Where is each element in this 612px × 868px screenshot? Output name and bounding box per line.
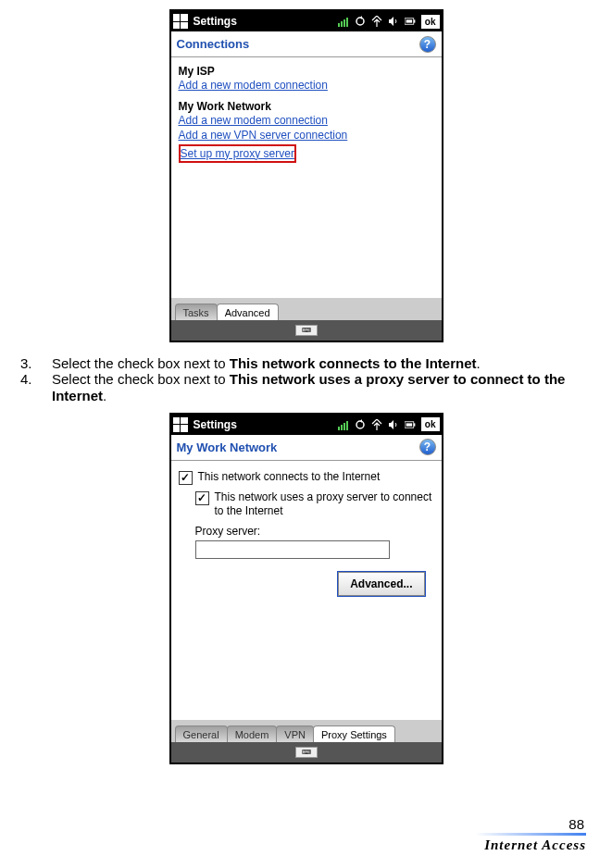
page-footer: 88 Internet Access <box>475 816 586 853</box>
speaker-icon[interactable] <box>388 16 400 28</box>
ok-button[interactable]: ok <box>421 15 440 29</box>
highlight-proxy-link: Set up my proxy server <box>179 144 296 163</box>
signal-icon[interactable] <box>371 418 383 430</box>
screenshot-proxy-settings: Settings ok My Work Network ? ✓ <box>169 413 443 764</box>
title-bar: Connections ? <box>171 31 442 57</box>
tab-proxy-settings[interactable]: Proxy Settings <box>313 725 395 742</box>
tab-bar: General Modem VPN Proxy Settings <box>171 720 442 742</box>
keyboard-icon[interactable]: ⌨ <box>295 325 318 336</box>
connectivity-icon[interactable] <box>338 16 350 28</box>
step-text: Select the check box next to This networ… <box>52 371 599 403</box>
speaker-icon[interactable] <box>388 418 400 430</box>
connectivity-icon[interactable] <box>338 418 350 430</box>
content-area-proxy: ✓ This network connects to the Internet … <box>171 461 442 720</box>
status-bar-right: ok <box>338 15 440 29</box>
advanced-row: Advanced... <box>179 572 425 596</box>
tab-vpn[interactable]: VPN <box>276 725 314 742</box>
advanced-button[interactable]: Advanced... <box>338 572 424 596</box>
step-number: 3. <box>20 355 33 371</box>
bottom-bar: ⌨ <box>171 320 442 341</box>
page-number: 88 <box>475 816 586 832</box>
chapter-title: Internet Access <box>475 837 586 853</box>
instruction-step-4: 4. Select the check box next to This net… <box>20 371 599 403</box>
svg-rect-0 <box>338 23 340 27</box>
status-bar-left: Settings <box>173 14 237 29</box>
statusbar-title: Settings <box>194 418 237 431</box>
link-add-modem-work[interactable]: Add a new modem connection <box>179 114 328 127</box>
svg-rect-15 <box>406 423 412 426</box>
windows-start-icon[interactable] <box>173 417 188 432</box>
instruction-step-3: 3. Select the check box next to This net… <box>20 355 599 371</box>
sync-icon[interactable] <box>355 418 367 430</box>
proxy-server-label: Proxy server: <box>195 525 434 538</box>
tab-general[interactable]: General <box>175 725 228 742</box>
step-text: Select the check box next to This networ… <box>52 355 481 371</box>
checkbox-row-internet: ✓ This network connects to the Internet <box>179 470 434 485</box>
svg-rect-3 <box>346 18 348 27</box>
battery-icon[interactable] <box>405 418 417 430</box>
checkbox-uses-proxy[interactable]: ✓ <box>195 491 209 505</box>
svg-rect-7 <box>406 19 412 22</box>
link-add-modem-isp[interactable]: Add a new modem connection <box>179 79 328 92</box>
footer-divider <box>475 833 586 836</box>
statusbar-title: Settings <box>194 15 237 28</box>
svg-rect-2 <box>343 19 345 27</box>
section-my-work-network: My Work Network <box>179 100 434 113</box>
checkbox-label: This network uses a proxy server to conn… <box>215 490 434 519</box>
svg-rect-11 <box>346 421 348 430</box>
svg-point-12 <box>356 421 364 428</box>
checkbox-label: This network connects to the Internet <box>198 470 381 485</box>
screenshot-connections: Settings ok Connections ? My ISP Add <box>169 9 443 342</box>
bottom-bar: ⌨ <box>171 742 442 763</box>
windows-start-icon[interactable] <box>173 14 188 29</box>
battery-icon[interactable] <box>405 16 417 28</box>
window-title: My Work Network <box>177 440 278 454</box>
svg-rect-14 <box>414 423 416 426</box>
status-bar: Settings ok <box>171 11 442 31</box>
tab-modem[interactable]: Modem <box>227 725 278 742</box>
proxy-server-input[interactable] <box>195 540 390 559</box>
keyboard-icon[interactable]: ⌨ <box>295 747 318 758</box>
status-bar-right: ok <box>338 417 440 431</box>
svg-point-4 <box>356 18 364 25</box>
svg-rect-8 <box>338 427 340 430</box>
help-icon[interactable]: ? <box>419 439 436 455</box>
tab-tasks[interactable]: Tasks <box>175 304 218 320</box>
link-setup-proxy[interactable]: Set up my proxy server <box>181 146 294 161</box>
window-title: Connections <box>177 37 250 51</box>
sync-icon[interactable] <box>355 16 367 28</box>
content-area-connections: My ISP Add a new modem connection My Wor… <box>171 57 442 298</box>
signal-icon[interactable] <box>371 16 383 28</box>
svg-rect-6 <box>414 19 416 22</box>
status-bar-left: Settings <box>173 417 237 432</box>
link-add-vpn[interactable]: Add a new VPN server connection <box>179 129 348 142</box>
checkbox-connects-internet[interactable]: ✓ <box>179 471 193 485</box>
step-number: 4. <box>20 371 33 387</box>
status-bar: Settings ok <box>171 415 442 435</box>
help-icon[interactable]: ? <box>419 36 436 53</box>
svg-rect-1 <box>341 21 343 27</box>
checkbox-row-proxy: ✓ This network uses a proxy server to co… <box>195 490 434 519</box>
svg-rect-9 <box>341 425 343 430</box>
section-my-isp: My ISP <box>179 65 434 78</box>
tab-advanced[interactable]: Advanced <box>217 304 279 320</box>
ok-button[interactable]: ok <box>421 417 440 431</box>
svg-rect-10 <box>343 423 345 430</box>
instruction-list: 3. Select the check box next to This net… <box>0 355 612 403</box>
tab-bar: Tasks Advanced <box>171 298 442 320</box>
title-bar: My Work Network ? <box>171 435 442 461</box>
